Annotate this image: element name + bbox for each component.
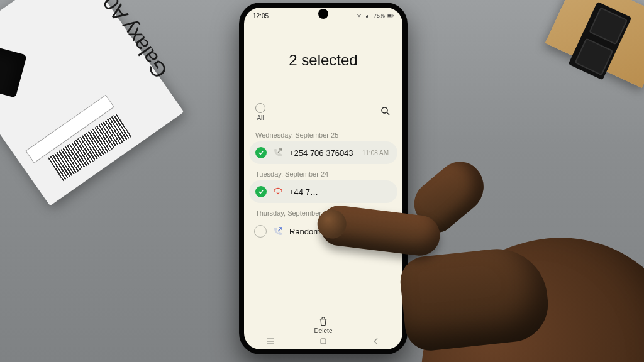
- action-bar: Delete: [244, 316, 402, 334]
- select-all-label: All: [257, 114, 264, 121]
- box-phone-render: [0, 37, 27, 97]
- svg-rect-3: [393, 15, 394, 16]
- svg-point-0: [359, 16, 360, 17]
- row-checkbox[interactable]: [255, 186, 267, 197]
- selection-count-title: 2 selected: [244, 52, 402, 69]
- checkmark-icon: [258, 150, 264, 156]
- status-time: 12:05: [253, 13, 269, 19]
- wifi-icon: [356, 13, 362, 18]
- select-all-radio-icon: [255, 103, 265, 113]
- delete-label: Delete: [314, 327, 333, 334]
- delete-button[interactable]: Delete: [314, 316, 333, 334]
- nav-home-icon[interactable]: [318, 336, 328, 346]
- call-row[interactable]: +254 706 376043 11:08 AM: [249, 141, 397, 164]
- status-battery-text: 75%: [374, 13, 385, 19]
- status-right: 75%: [356, 13, 394, 19]
- date-header: Tuesday, September 24: [248, 164, 399, 180]
- phone-screen: 12:05 75% 2 selected All: [244, 8, 402, 349]
- row-checkbox[interactable]: [254, 225, 267, 238]
- outgoing-call-icon: [273, 226, 283, 236]
- call-row-time: 12…: [377, 228, 392, 235]
- scene: Galaxy A06 12:05 75% 2 selected: [0, 0, 644, 362]
- call-row-name: Random Guy: [289, 227, 370, 236]
- call-row-name: +254 706 376043: [289, 148, 356, 158]
- box-brand-text: Galaxy A06: [92, 0, 173, 82]
- call-row[interactable]: Random Guy 12…: [248, 219, 399, 243]
- svg-rect-2: [388, 14, 392, 16]
- call-log-list: Wednesday, September 25 +254 706 376043 …: [244, 125, 402, 243]
- date-header: Thursday, September 19: [248, 203, 399, 219]
- outgoing-call-icon: [273, 148, 283, 158]
- search-button[interactable]: [380, 106, 391, 117]
- selection-header: 2 selected: [244, 21, 402, 103]
- row-checkbox[interactable]: [255, 147, 267, 158]
- call-row[interactable]: +44 7…: [249, 180, 397, 203]
- android-nav-bar: [244, 336, 402, 347]
- trash-icon: [318, 316, 328, 326]
- nav-recents-icon[interactable]: [265, 336, 275, 346]
- phone-frame: 12:05 75% 2 selected All: [239, 3, 408, 354]
- checkmark-icon: [258, 189, 264, 195]
- call-row-time: 11:08 AM: [362, 150, 391, 156]
- signal-icon: [365, 13, 371, 18]
- call-row-name: +44 7…: [289, 187, 382, 197]
- missed-call-icon: [273, 187, 283, 197]
- svg-rect-9: [321, 339, 326, 344]
- svg-point-4: [382, 107, 387, 113]
- date-header: Wednesday, September 25: [248, 125, 399, 141]
- svg-line-5: [387, 112, 389, 115]
- select-all-button[interactable]: All: [255, 103, 265, 121]
- product-box: Galaxy A06: [0, 0, 184, 206]
- selection-toolbar: All: [244, 103, 402, 125]
- search-icon: [380, 106, 391, 117]
- nav-back-icon[interactable]: [371, 336, 381, 346]
- camera-notch: [318, 9, 328, 19]
- battery-icon: [387, 13, 394, 18]
- video-watermark: [621, 349, 640, 359]
